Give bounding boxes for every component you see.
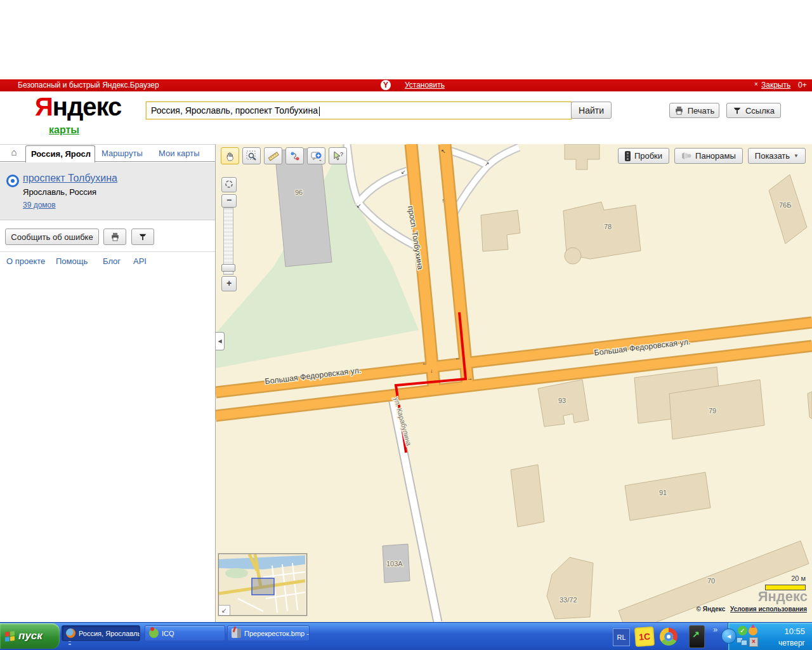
traffic-light-icon xyxy=(625,151,631,161)
svg-text:←: ← xyxy=(455,355,461,361)
task-icq-window[interactable]: ICQ xyxy=(145,625,225,641)
tab-my-maps[interactable]: Мои карты xyxy=(154,145,205,162)
add-placemark-tool-button[interactable] xyxy=(307,147,325,164)
icq-status-tray-icon[interactable] xyxy=(749,627,757,635)
home-icon: ⌂ xyxy=(11,147,16,157)
clock-time: 10:55 xyxy=(778,627,805,636)
terms-link[interactable]: Условия использования xyxy=(730,606,807,613)
search-result-item[interactable]: проспект Толбухина Ярославль, Россия 39 … xyxy=(0,162,215,220)
skype-tray-icon[interactable]: ✓ xyxy=(738,626,747,635)
find-button[interactable]: Найти xyxy=(571,102,612,119)
magnifier-select-icon xyxy=(246,150,258,162)
chevron-left-icon: ◂ xyxy=(727,632,731,640)
building-label: 96 xyxy=(295,189,303,196)
link-icon-button[interactable] xyxy=(131,229,154,245)
ruler-icon xyxy=(268,150,279,162)
svg-text:↑: ↑ xyxy=(442,197,445,204)
network-tray-icon[interactable] xyxy=(737,637,747,646)
task-browser-window[interactable]: Россия, Ярославль, ... xyxy=(62,625,140,641)
map-toolbar: ? xyxy=(221,147,347,164)
result-title-link[interactable]: проспект Толбухина xyxy=(23,173,117,184)
screen: Безопасный и быстрый Яндекс.Браузер Y Ус… xyxy=(0,0,812,650)
scale-label: 20 м xyxy=(791,574,806,582)
icq-icon xyxy=(149,628,159,638)
system-tray: ◂ ✓ × 10:55 четверг xyxy=(728,623,812,650)
svg-text:↓: ↓ xyxy=(430,368,433,374)
locate-button[interactable] xyxy=(221,177,237,192)
map-drawing: просп. Толбухина Большая Федоровская ул.… xyxy=(216,144,812,622)
minimap-collapse-button[interactable]: ↙ xyxy=(219,605,230,615)
building-label: 93 xyxy=(558,397,566,404)
show-dropdown-button[interactable]: Показать ▼ xyxy=(748,148,806,164)
traffic-button[interactable]: Пробки xyxy=(618,148,669,164)
blog-link[interactable]: Блог xyxy=(103,256,121,266)
zoom-slider-handle[interactable] xyxy=(221,264,235,272)
print-icon-button[interactable] xyxy=(103,229,126,245)
sidebar-collapse-handle[interactable]: ◀ xyxy=(216,332,225,350)
text-caret xyxy=(319,107,320,116)
zoom-select-tool-button[interactable] xyxy=(242,147,261,164)
link-button[interactable]: Ссылка xyxy=(726,103,781,118)
1c-launch-icon[interactable]: 1С xyxy=(634,627,655,647)
home-tab[interactable]: ⌂ xyxy=(5,147,23,161)
tray-collapse-button[interactable]: ◂ xyxy=(721,628,737,644)
phone-launch-icon[interactable] xyxy=(689,625,705,648)
ruler-tool-button[interactable] xyxy=(264,147,282,164)
tab-routes[interactable]: Маршруты xyxy=(96,145,148,162)
overview-minimap[interactable]: ↙ xyxy=(218,554,307,616)
route-icon xyxy=(289,150,301,162)
building-label: 79 xyxy=(709,407,716,415)
pan-tool-button[interactable] xyxy=(221,147,239,164)
panoramas-button[interactable]: Панорамы xyxy=(674,148,743,164)
install-link[interactable]: Установить xyxy=(405,81,445,90)
zoom-in-button[interactable]: + xyxy=(221,276,237,291)
taskbar-clock[interactable]: 10:55 четверг xyxy=(778,627,805,647)
search-input[interactable]: Россия, Ярославль, проспект Толбухина xyxy=(146,102,572,119)
task-paint-window[interactable]: Пререкресток.bmp -... xyxy=(227,625,310,641)
result-subtitle: Ярославль, Россия xyxy=(23,187,96,197)
help-link[interactable]: Помощь xyxy=(56,256,88,266)
minimap-drawing xyxy=(219,554,305,614)
clock-day: четверг xyxy=(778,639,805,647)
search-text: Россия, Ярославль, проспект Толбухина xyxy=(151,105,318,116)
route-tool-button[interactable] xyxy=(285,147,304,164)
zoom-out-button[interactable]: − xyxy=(221,194,237,208)
about-link[interactable]: О проекте xyxy=(6,256,45,266)
close-ad-link[interactable]: Закрыть xyxy=(761,81,790,90)
printer-icon xyxy=(110,232,120,241)
paint-icon xyxy=(232,628,241,638)
result-houses-link[interactable]: 39 домов xyxy=(23,201,56,209)
whats-here-tool-button[interactable]: ? xyxy=(329,147,347,164)
chrome-launch-icon[interactable] xyxy=(660,628,678,646)
close-x-icon[interactable]: × xyxy=(754,81,758,88)
svg-text:↙: ↙ xyxy=(357,202,362,209)
top-gap xyxy=(0,0,812,79)
svg-text:?: ? xyxy=(340,151,343,157)
building-label: 91 xyxy=(659,489,667,496)
taskbar: пуск Россия, Ярославль, ... ICQ Пререкре… xyxy=(0,622,812,650)
target-icon xyxy=(225,180,233,189)
quicklaunch-overflow-chevron[interactable]: » xyxy=(713,625,717,634)
map-pin-icon xyxy=(138,232,147,241)
report-error-button[interactable]: Сообщить об ошибке xyxy=(5,229,99,245)
tab-search-results[interactable]: Россия, Яросл xyxy=(25,145,95,162)
print-button[interactable]: Печать xyxy=(669,103,719,118)
map-layer-buttons: Пробки Панорамы Показать ▼ xyxy=(618,148,806,164)
zoom-control: − + xyxy=(221,177,235,291)
map-canvas[interactable]: просп. Толбухина Большая Федоровская ул.… xyxy=(216,144,812,622)
error-tray-icon[interactable]: × xyxy=(749,637,758,647)
start-button[interactable]: пуск xyxy=(0,623,60,649)
hand-icon xyxy=(225,150,236,162)
yandex-browser-ad-banner: Безопасный и быстрый Яндекс.Браузер Y Ус… xyxy=(0,79,812,91)
placemark-icon xyxy=(311,150,322,162)
api-link[interactable]: API xyxy=(133,256,147,266)
zoom-slider-track[interactable] xyxy=(223,208,233,275)
svg-text:→: → xyxy=(467,375,473,381)
arrow-downleft-icon: ↙ xyxy=(221,607,226,614)
yandex-logo[interactable]: Яндекс xyxy=(35,93,121,121)
svg-text:↙: ↙ xyxy=(401,169,406,175)
panoramas-icon xyxy=(681,152,691,160)
language-indicator[interactable]: RL xyxy=(613,628,630,646)
svg-text:↖: ↖ xyxy=(441,148,446,154)
maps-link[interactable]: карты xyxy=(49,124,79,136)
